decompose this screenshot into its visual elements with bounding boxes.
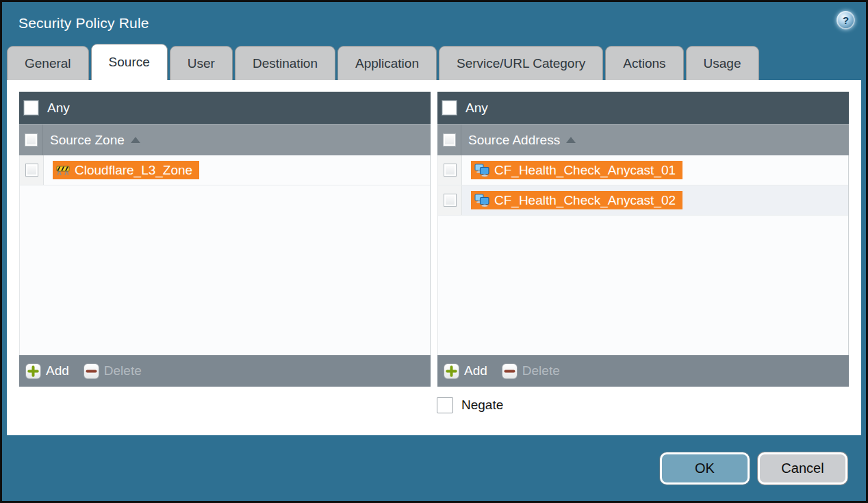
- source-zone-panel: Any Source Zone: [19, 92, 431, 387]
- sort-ascending-icon: [566, 137, 576, 143]
- address-icon: [474, 164, 489, 177]
- row-checkbox[interactable]: [25, 164, 38, 177]
- negate-row: Negate: [437, 397, 849, 413]
- help-icon[interactable]: ?: [837, 11, 855, 29]
- tab-application[interactable]: Application: [337, 46, 437, 80]
- row-checkbox-cell: [20, 155, 44, 185]
- add-button-label: Add: [46, 363, 69, 378]
- dialog-title: Security Policy Rule: [18, 15, 149, 31]
- row-checkbox[interactable]: [444, 164, 457, 177]
- zone-column-header-row: Source Zone: [19, 124, 431, 155]
- address-panel-footer: Add Delete: [437, 355, 849, 387]
- zone-any-bar: Any: [19, 92, 431, 124]
- table-row[interactable]: CF_Health_Check_Anycast_01: [438, 155, 848, 185]
- source-address-panel: Any Source Address: [437, 92, 849, 387]
- zone-icon: [56, 164, 70, 176]
- address-select-all-checkbox[interactable]: [443, 133, 456, 146]
- delete-button-label: Delete: [104, 363, 142, 378]
- address-table-body: CF_Health_Check_Anycast_01: [437, 155, 849, 355]
- zone-any-checkbox[interactable]: [24, 101, 38, 115]
- delete-minus-icon: [84, 363, 99, 379]
- sort-ascending-icon: [131, 137, 140, 143]
- address-icon: [474, 194, 489, 207]
- delete-minus-icon: [502, 363, 518, 379]
- zone-select-all-checkbox[interactable]: [25, 133, 38, 146]
- negate-checkbox[interactable]: [437, 397, 453, 413]
- add-plus-icon: [444, 363, 459, 379]
- address-entry-label: CF_Health_Check_Anycast_02: [494, 193, 676, 208]
- panels-container: Any Source Zone: [19, 92, 849, 387]
- tab-user[interactable]: User: [170, 46, 233, 80]
- add-plus-icon: [25, 363, 41, 379]
- address-entry[interactable]: CF_Health_Check_Anycast_02: [471, 191, 682, 209]
- zone-entry-label: Cloudflare_L3_Zone: [75, 163, 192, 178]
- dialog-button-bar: OK Cancel: [2, 435, 866, 501]
- row-checkbox-cell: [438, 155, 462, 185]
- security-policy-rule-dialog: Security Policy Rule ? General Source Us…: [0, 0, 868, 503]
- address-column-header[interactable]: Source Address: [468, 133, 560, 148]
- tab-actions[interactable]: Actions: [605, 46, 683, 80]
- address-add-button[interactable]: Add: [444, 363, 487, 379]
- row-checkbox[interactable]: [444, 194, 457, 207]
- address-column-header-row: Source Address: [437, 124, 849, 155]
- delete-button-label: Delete: [522, 363, 560, 378]
- tab-source[interactable]: Source: [91, 44, 168, 80]
- tab-bar: General Source User Destination Applicat…: [2, 44, 866, 80]
- zone-panel-footer: Add Delete: [19, 355, 431, 387]
- tab-destination[interactable]: Destination: [235, 46, 335, 80]
- zone-any-label: Any: [47, 101, 70, 116]
- address-select-all-cell: [437, 125, 461, 155]
- zone-add-button[interactable]: Add: [25, 363, 69, 379]
- row-checkbox-cell: [438, 185, 462, 215]
- address-entry-label: CF_Health_Check_Anycast_01: [494, 163, 676, 178]
- add-button-label: Add: [464, 363, 487, 378]
- address-delete-button[interactable]: Delete: [502, 363, 560, 379]
- help-icon-glyph: ?: [843, 15, 849, 25]
- tab-general[interactable]: General: [7, 46, 89, 80]
- table-row[interactable]: Cloudflare_L3_Zone: [20, 155, 430, 185]
- zone-delete-button[interactable]: Delete: [84, 363, 142, 379]
- cancel-button[interactable]: Cancel: [758, 452, 847, 485]
- zone-entry[interactable]: Cloudflare_L3_Zone: [53, 161, 199, 179]
- address-entry[interactable]: CF_Health_Check_Anycast_01: [471, 161, 682, 179]
- source-tab-content: Any Source Zone: [7, 80, 861, 435]
- zone-table-body: Cloudflare_L3_Zone: [19, 155, 431, 355]
- table-row[interactable]: CF_Health_Check_Anycast_02: [438, 185, 848, 216]
- address-any-bar: Any: [437, 92, 849, 124]
- tab-service-url-category[interactable]: Service/URL Category: [439, 46, 603, 80]
- dialog-titlebar: Security Policy Rule ?: [2, 2, 866, 44]
- address-any-checkbox[interactable]: [442, 101, 457, 115]
- negate-label: Negate: [461, 398, 503, 413]
- zone-column-header[interactable]: Source Zone: [50, 133, 125, 148]
- zone-select-all-cell: [19, 125, 43, 155]
- address-any-label: Any: [465, 101, 488, 116]
- ok-button[interactable]: OK: [660, 452, 750, 485]
- tab-usage[interactable]: Usage: [686, 46, 759, 80]
